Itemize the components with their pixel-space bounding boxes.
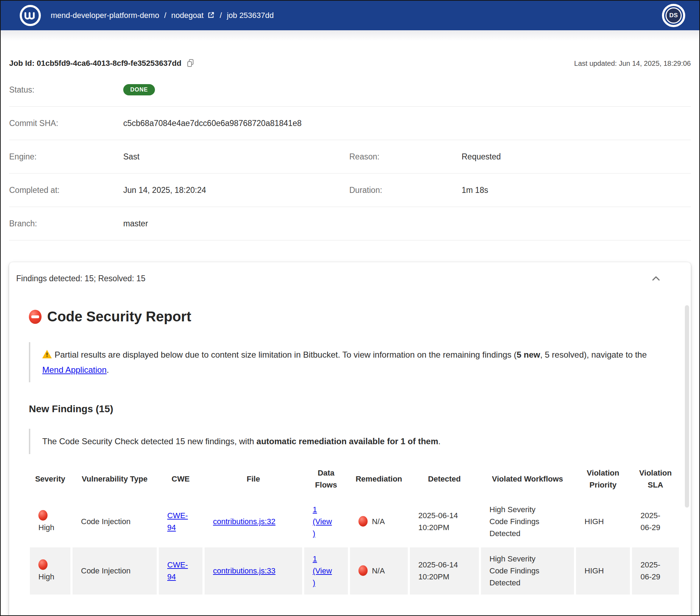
breadcrumb-repo[interactable]: nodegoat — [171, 11, 215, 20]
violation-priority-cell: HIGH — [575, 546, 631, 596]
warning-text: Partial results are displayed below due … — [55, 350, 517, 359]
commit-row: Commit SHA: c5cb68a7084e4ae7dcc60e6a9876… — [9, 107, 691, 140]
file-link[interactable]: contributions.js:33 — [213, 566, 275, 575]
cwe-link[interactable]: CWE-94 — [167, 559, 190, 583]
violated-workflows-cell: High Severity Code Findings Detected — [480, 497, 575, 546]
vulnerability-type-cell: Code Injection — [71, 497, 158, 546]
violation-priority-cell: HIGH — [575, 497, 631, 546]
col-file: File — [204, 461, 303, 497]
severity-text: High — [38, 523, 54, 532]
remediation-cell: N/A — [349, 546, 409, 596]
severity-cell: High — [29, 497, 71, 546]
top-navbar: mend-developer-platform-demo / nodegoat … — [1, 1, 699, 30]
red-circle-icon — [38, 510, 48, 521]
check-summary-note: The Code Security Check detected 15 new … — [29, 429, 658, 454]
card-scrollbar-thumb[interactable] — [685, 305, 689, 508]
col-remediation: Remediation — [349, 461, 409, 497]
status-badge: DONE — [123, 84, 155, 95]
findings-card-header[interactable]: Findings detected: 15; Resolved: 15 — [9, 262, 691, 295]
job-details-section: Job Id: 01cb5fd9-4ca6-4013-8cf9-fe352536… — [1, 54, 699, 240]
mend-logo-icon[interactable] — [19, 4, 42, 27]
findings-table: Severity Vulnerability Type CWE File Dat… — [29, 461, 680, 596]
branch-value: master — [123, 219, 349, 228]
file-link[interactable]: contributions.js:32 — [213, 517, 275, 526]
status-label: Status: — [9, 85, 123, 95]
remediation-text: N/A — [372, 517, 385, 526]
data-flows-link[interactable]: 1 (View) — [313, 553, 332, 589]
col-violation-priority: Violation Priority — [575, 461, 631, 497]
copy-icon[interactable] — [186, 59, 195, 68]
violated-workflows-text: High Severity Code Findings Detected — [489, 553, 546, 589]
col-detected: Detected — [409, 461, 480, 497]
job-id-text: Job Id: 01cb5fd9-4ca6-4013-8cf9-fe352536… — [9, 59, 181, 68]
engine-value: Sast — [123, 152, 349, 162]
warning-text: , 5 resolved), navigate to the — [540, 350, 647, 359]
branch-row: Branch: master — [9, 207, 691, 240]
breadcrumb-job[interactable]: job 253637dd — [227, 11, 274, 20]
commit-sha-value: c5cb68a7084e4ae7dcc60e6a98768720a81841e8 — [123, 119, 349, 128]
breadcrumb-project[interactable]: mend-developer-platform-demo — [51, 11, 159, 20]
card-scrollbar[interactable] — [685, 305, 689, 616]
check-summary-bold-text: automatic remediation available for 1 of… — [256, 436, 438, 446]
header-gradient — [1, 30, 699, 41]
no-entry-icon — [29, 310, 42, 324]
check-summary-text: . — [438, 436, 440, 446]
data-flows-cell: 1 (View) — [303, 546, 349, 596]
completed-at-label: Completed at: — [9, 186, 123, 195]
engine-label: Engine: — [9, 152, 123, 162]
report-title-text: Code Security Report — [47, 309, 191, 325]
duration-value: 1m 18s — [462, 186, 691, 195]
violated-workflows-text: High Severity Code Findings Detected — [489, 504, 546, 540]
remediation-text: N/A — [372, 566, 385, 575]
findings-card: Findings detected: 15; Resolved: 15 Code… — [9, 262, 691, 616]
table-row: High Code Injection CWE-94 contributions… — [29, 497, 680, 546]
cwe-cell: CWE-94 — [158, 497, 204, 546]
remediation-cell: N/A — [349, 497, 409, 546]
red-circle-icon — [358, 565, 368, 576]
severity-cell: High — [29, 546, 71, 596]
violation-sla-cell: 2025-06-29 — [631, 546, 680, 596]
col-severity: Severity — [29, 461, 71, 497]
red-circle-icon — [358, 516, 368, 527]
cwe-link[interactable]: CWE-94 — [167, 510, 190, 534]
engine-reason-row: Engine: Sast Reason: Requested — [9, 140, 691, 174]
duration-label: Duration: — [349, 186, 462, 195]
data-flows-cell: 1 (View) — [303, 497, 349, 546]
breadcrumb-separator: / — [220, 11, 222, 20]
last-updated: Last updated: Jun 14, 2025, 18:29:06 — [574, 59, 691, 68]
violation-sla-cell: 2025-06-29 — [631, 497, 680, 546]
violated-workflows-cell: High Severity Code Findings Detected — [480, 546, 575, 596]
breadcrumb-repo-label: nodegoat — [171, 11, 204, 20]
report-title: Code Security Report — [29, 309, 658, 325]
breadcrumb: mend-developer-platform-demo / nodegoat … — [51, 11, 274, 20]
completed-at-value: Jun 14, 2025, 18:20:24 — [123, 186, 349, 195]
cwe-cell: CWE-94 — [158, 546, 204, 596]
mend-application-link[interactable]: Mend Application — [42, 365, 107, 375]
col-violation-sla: Violation SLA — [631, 461, 680, 497]
partial-results-note: Partial results are displayed below due … — [29, 342, 658, 382]
file-cell: contributions.js:32 — [204, 497, 303, 546]
file-cell: contributions.js:33 — [204, 546, 303, 596]
data-flows-link[interactable]: 1 (View) — [313, 504, 332, 540]
new-findings-heading: New Findings (15) — [29, 403, 658, 415]
page: mend-developer-platform-demo / nodegoat … — [0, 0, 700, 616]
branch-label: Branch: — [9, 219, 123, 228]
reason-value: Requested — [462, 152, 691, 162]
col-cwe: CWE — [158, 461, 204, 497]
breadcrumb-separator: / — [164, 11, 166, 20]
table-header-row: Severity Vulnerability Type CWE File Dat… — [29, 461, 680, 497]
status-row: Status: DONE — [9, 73, 691, 107]
warning-triangle-icon — [42, 350, 52, 358]
job-id-heading: Job Id: 01cb5fd9-4ca6-4013-8cf9-fe352536… — [9, 59, 195, 68]
severity-text: High — [38, 572, 54, 581]
warning-bold-text: 5 new — [517, 350, 540, 359]
user-avatar[interactable]: DS — [662, 4, 685, 27]
warning-text: . — [107, 365, 109, 375]
check-summary-text: The Code Security Check detected 15 new … — [42, 436, 256, 446]
completed-duration-row: Completed at: Jun 14, 2025, 18:20:24 Dur… — [9, 174, 691, 207]
report-body: Code Security Report Partial results are… — [9, 295, 691, 596]
col-data-flows: Data Flows — [303, 461, 349, 497]
red-circle-icon — [38, 559, 48, 570]
chevron-up-icon[interactable] — [651, 273, 661, 284]
reason-label: Reason: — [349, 152, 462, 162]
